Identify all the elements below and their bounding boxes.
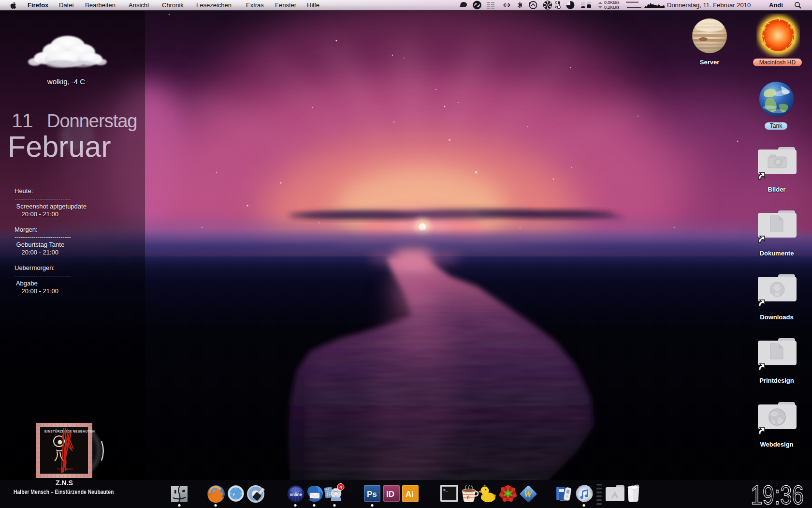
- svg-text:ID: ID: [386, 490, 394, 499]
- svg-text:4: 4: [339, 485, 342, 490]
- svg-text:W: W: [523, 489, 533, 499]
- svg-text:>_: >_: [443, 488, 448, 492]
- svg-text:Ai: Ai: [406, 490, 414, 499]
- svg-text:19:36: 19:36: [751, 481, 804, 508]
- svg-text:½ MENSCH: ½ MENSCH: [57, 467, 73, 470]
- svg-text:Ps: Ps: [367, 490, 377, 499]
- svg-text:online: online: [290, 492, 302, 497]
- svg-text:É: É: [467, 495, 470, 500]
